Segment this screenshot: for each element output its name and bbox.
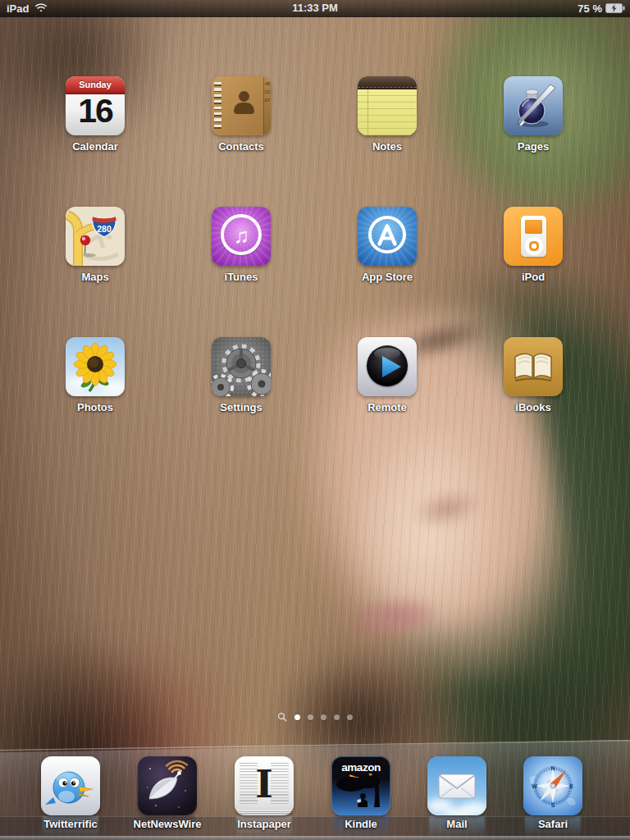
app-label: Mail [408, 819, 506, 830]
app-label: Maps [81, 272, 108, 283]
clock: 11:33 PM [0, 0, 630, 16]
netnewswire-app-icon [138, 756, 197, 815]
compass-e-label: E [569, 783, 573, 789]
gears-icon [212, 337, 271, 396]
app-calendar[interactable]: Sunday 16 Calendar [22, 76, 168, 207]
notes-app-icon [358, 76, 417, 135]
music-note-icon: ♫ [224, 217, 258, 252]
photos-app-icon [66, 337, 125, 396]
page-dot[interactable] [334, 714, 340, 720]
app-label: Notes [372, 141, 402, 153]
status-bar: iPad 11:33 PM 75 % [0, 0, 630, 17]
itunes-app-icon: ♫ [212, 207, 271, 266]
page-dots [294, 714, 353, 720]
ipod-device-icon [521, 216, 546, 257]
app-label: iTunes [225, 272, 258, 283]
mail-app-icon [427, 756, 486, 815]
appstore-app-icon [358, 207, 417, 266]
page-dot[interactable] [308, 714, 313, 720]
dock-app-kindle[interactable]: amazon Kindle [331, 756, 390, 815]
app-grid: Sunday 16 Calendar ABCDEF Contacts Notes [22, 76, 606, 468]
envelope-icon [427, 756, 486, 815]
pages-app-icon [504, 76, 563, 135]
app-label: Safari [504, 819, 602, 830]
app-label: Pages [518, 141, 549, 153]
app-label: Calendar [72, 141, 118, 153]
battery-percent: 75 % [578, 2, 602, 15]
page-indicator [0, 710, 630, 724]
alphabet-tabs: ABCDEF [263, 76, 271, 135]
app-label: iPod [522, 272, 545, 283]
maps-app-icon: 280 [66, 207, 125, 266]
sunflower-icon [66, 337, 125, 396]
app-appstore[interactable]: App Store [314, 207, 460, 337]
app-ibooks[interactable]: iBooks [460, 337, 606, 468]
page-dot[interactable] [294, 714, 300, 720]
app-label: iBooks [515, 402, 550, 413]
satellite-dish-icon [138, 756, 197, 815]
page-dot[interactable] [321, 714, 326, 720]
calendar-date-number: 16 [66, 92, 125, 130]
app-remote[interactable]: Remote [314, 337, 460, 468]
app-photos[interactable]: Photos [22, 337, 168, 468]
person-silhouette-icon [239, 91, 249, 102]
app-label: Photos [77, 402, 113, 413]
safari-app-icon: N E S W [523, 756, 582, 815]
app-label: Instapaper [215, 819, 313, 830]
app-notes[interactable]: Notes [314, 76, 460, 207]
calendar-app-icon: Sunday 16 [66, 76, 125, 135]
inkwell-pen-icon [504, 76, 563, 135]
app-label: Contacts [218, 141, 264, 153]
bird-icon [41, 756, 100, 815]
dock-app-netnewswire[interactable]: NetNewsWire [138, 756, 197, 815]
contacts-app-icon: ABCDEF [212, 76, 271, 135]
app-label: NetNewsWire [118, 819, 217, 830]
app-contacts[interactable]: ABCDEF Contacts [168, 76, 314, 207]
compass-w-label: W [532, 783, 537, 789]
dock-app-mail[interactable]: Mail [427, 756, 486, 815]
app-label: App Store [362, 272, 413, 283]
reader-under-tree-icon [331, 756, 390, 815]
app-pages[interactable]: Pages [460, 76, 606, 207]
app-ipod[interactable]: iPod [460, 207, 606, 337]
dock-app-instapaper[interactable]: I Instapaper [235, 756, 294, 815]
app-maps[interactable]: 280 Maps [22, 207, 168, 337]
app-label: Kindle [312, 819, 410, 830]
app-label: Remote [368, 402, 407, 413]
open-book-icon [504, 337, 563, 396]
app-itunes[interactable]: ♫ iTunes [168, 207, 314, 337]
app-label: Settings [220, 402, 262, 413]
compass-s-label: S [551, 802, 555, 808]
search-icon[interactable] [277, 712, 287, 722]
app-settings[interactable]: Settings [168, 337, 314, 468]
circle-ring: ♫ [221, 214, 262, 255]
map-icon: 280 [66, 207, 125, 266]
page-dot[interactable] [347, 714, 353, 720]
settings-app-icon [212, 337, 271, 396]
ipad-home-screen: iPad 11:33 PM 75 % Sunday 16 Calendar [0, 0, 630, 840]
compass-icon: N E S W [523, 756, 582, 815]
page-stack [238, 810, 290, 814]
instapaper-app-icon: I [235, 756, 294, 815]
ipod-app-icon [504, 207, 563, 266]
spiral-binding-icon [214, 80, 221, 131]
app-label: Twitterrific [21, 819, 120, 830]
compass-n-label: N [550, 765, 555, 771]
twitterrific-app-icon [41, 756, 100, 815]
tools-a-icon [358, 207, 417, 266]
battery-charging-icon [605, 3, 625, 13]
kindle-app-icon: amazon [331, 756, 390, 815]
dock-app-twitterrific[interactable]: Twitterrific [41, 756, 100, 815]
leather-band [358, 76, 417, 89]
instapaper-monogram: I [235, 763, 294, 806]
route-shield-label: 280 [97, 224, 112, 234]
ibooks-app-icon [504, 337, 563, 396]
remote-app-icon [358, 337, 417, 396]
dock-app-safari[interactable]: N E S W Safari [523, 756, 582, 815]
